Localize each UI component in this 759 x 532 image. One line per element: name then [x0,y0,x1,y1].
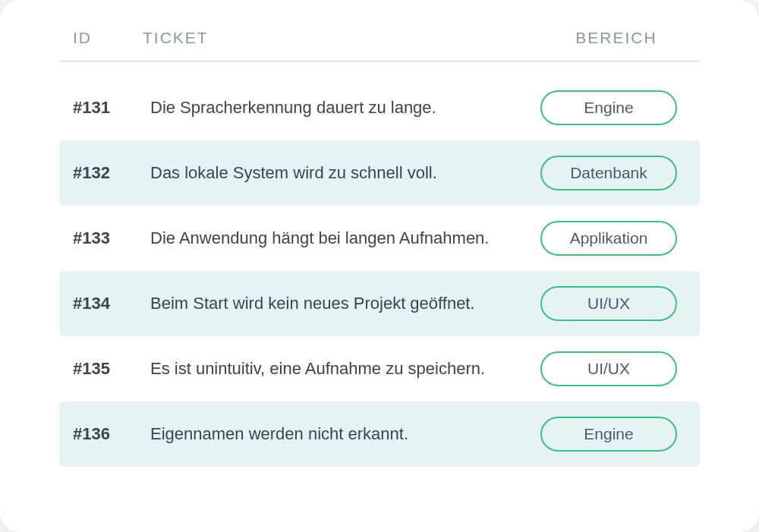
ticket-table-card: ID TICKET BEREICH #131 Die Spracherkennu… [0,0,759,532]
ticket-title: Eigennamen werden nicht erkannt. [150,424,525,444]
ticket-id: #134 [67,294,150,313]
ticket-title: Die Spracherkennung dauert zu lange. [150,98,525,118]
ticket-id: #135 [67,359,150,379]
ticket-id: #133 [67,228,150,248]
table-row[interactable]: #134 Beim Start wird kein neues Projekt … [59,271,700,336]
ticket-area-cell: Engine [525,90,692,125]
header-bereich: BEREICH [533,29,700,47]
area-pill[interactable]: Engine [540,90,677,125]
table-row[interactable]: #131 Die Spracherkennung dauert zu lange… [59,75,700,140]
ticket-area-cell: UI/UX [525,351,692,386]
ticket-area-cell: Applikation [525,221,692,256]
ticket-area-cell: Datenbank [525,156,692,190]
area-pill[interactable]: Applikation [540,221,677,256]
ticket-title: Die Anwendung hängt bei langen Aufnahmen… [150,228,525,248]
header-ticket: TICKET [143,29,533,47]
ticket-title: Beim Start wird kein neues Projekt geöff… [150,294,525,313]
ticket-area-cell: Engine [525,417,692,452]
table-row[interactable]: #135 Es ist unintuitiv, eine Aufnahme zu… [59,336,700,401]
table-row[interactable]: #133 Die Anwendung hängt bei langen Aufn… [59,206,700,271]
ticket-id: #136 [67,424,150,444]
area-pill[interactable]: Engine [540,417,677,452]
table-row[interactable]: #132 Das lokale System wird zu schnell v… [59,140,700,206]
area-pill[interactable]: UI/UX [540,286,677,321]
area-pill[interactable]: UI/UX [540,351,677,386]
table-body: #131 Die Spracherkennung dauert zu lange… [59,75,700,467]
ticket-area-cell: UI/UX [525,286,692,321]
ticket-title: Das lokale System wird zu schnell voll. [150,163,525,183]
area-pill[interactable]: Datenbank [540,156,677,190]
header-id: ID [59,29,143,47]
table-header-row: ID TICKET BEREICH [59,29,700,61]
ticket-id: #132 [67,163,150,183]
ticket-title: Es ist unintuitiv, eine Aufnahme zu spei… [150,359,525,379]
ticket-id: #131 [67,98,150,118]
table-row[interactable]: #136 Eigennamen werden nicht erkannt. En… [59,401,700,467]
